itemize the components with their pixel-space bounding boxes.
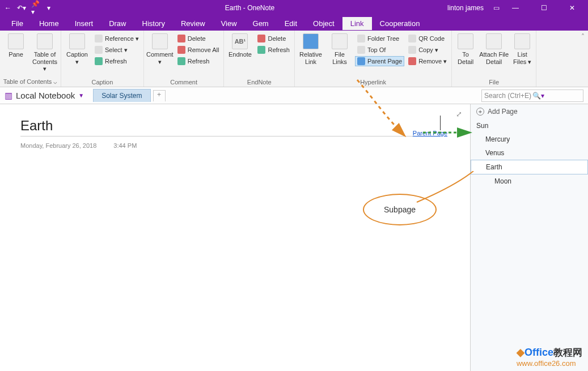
back-icon[interactable]: ← — [5, 5, 11, 11]
relative-link-button[interactable]: Relative Link — [297, 32, 324, 66]
text-cursor — [440, 116, 441, 130]
page-item-moon[interactable]: Moon — [471, 174, 588, 188]
page-item-mercury[interactable]: Mercury — [471, 133, 588, 146]
menu-object[interactable]: Object — [305, 17, 342, 30]
select-icon — [95, 46, 103, 54]
delete-icon — [177, 35, 185, 42]
select-button[interactable]: Select ▾ — [92, 45, 141, 55]
undo-icon[interactable]: ↶▾ — [18, 5, 25, 11]
menu-gem[interactable]: Gem — [245, 17, 277, 30]
expand-icon[interactable]: ⤢ — [456, 110, 462, 118]
window-title: Earth - OneNote — [52, 4, 447, 12]
page-item-venus[interactable]: Venus — [471, 146, 588, 160]
reference-icon — [95, 35, 103, 42]
notebook-name: Local Notebook — [16, 91, 75, 100]
callout-text: Subpage — [384, 205, 416, 214]
add-section-button[interactable]: + — [153, 90, 166, 101]
list-files-button[interactable]: List Files ▾ — [511, 32, 534, 66]
folder-icon — [357, 35, 365, 42]
endnote-refresh-button[interactable]: Refresh — [255, 45, 292, 55]
copy-icon — [408, 46, 416, 54]
pane-button[interactable]: Pane — [2, 32, 29, 59]
folder-tree-button[interactable]: Folder Tree — [355, 33, 404, 44]
page-item-earth[interactable]: Earth — [471, 160, 588, 174]
menu-view[interactable]: View — [213, 17, 245, 30]
parent-page-button[interactable]: Parent Page — [355, 56, 404, 66]
comment-removeall-button[interactable]: Remove All — [175, 45, 222, 55]
search-input[interactable]: Search (Ctrl+E) 🔍▾ — [481, 89, 583, 102]
remove-button[interactable]: Remove ▾ — [406, 56, 449, 66]
pane-icon — [8, 33, 24, 49]
maximize-button[interactable]: ☐ — [531, 0, 556, 16]
comment-icon — [152, 33, 168, 49]
menu-review[interactable]: Review — [173, 17, 213, 30]
removeall-icon — [177, 46, 185, 54]
menu-file[interactable]: File — [3, 17, 31, 30]
page-date: Monday, February 26, 2018 — [20, 142, 96, 149]
section-tab[interactable]: Solar System — [93, 89, 150, 102]
notebook-bar: ▥ Local Notebook ▼ Solar System + Search… — [0, 87, 588, 104]
menu-home[interactable]: Home — [31, 17, 67, 30]
comment-button[interactable]: Comment ▾ — [146, 32, 174, 66]
qr-icon — [408, 35, 416, 42]
parent-page-link[interactable]: Parent Page — [413, 130, 447, 137]
link-icon — [303, 33, 319, 49]
title-underline — [20, 136, 440, 137]
to-detail-icon — [458, 33, 473, 49]
page-editor[interactable]: ⤢ Earth Monday, February 26, 2018 3:44 P… — [0, 104, 470, 371]
group-endnote-label: EndNote — [226, 78, 292, 87]
minimize-button[interactable]: — — [503, 0, 528, 16]
group-file-label: File — [454, 78, 534, 87]
parent-page-icon — [357, 57, 365, 65]
to-detail-button[interactable]: To Detail — [454, 32, 477, 66]
close-button[interactable]: ✕ — [560, 0, 585, 16]
caption-refresh-button[interactable]: Refresh — [92, 56, 141, 66]
subpage-callout: Subpage — [363, 194, 437, 225]
comment-refresh-button[interactable]: Refresh — [175, 56, 222, 66]
toc-icon — [37, 33, 53, 49]
attach-icon — [486, 33, 502, 49]
add-page-button[interactable]: + Add Page — [471, 104, 588, 119]
watermark: ◆Office教程网 www.office26.com — [517, 346, 582, 368]
notebook-selector[interactable]: ▥ Local Notebook ▼ — [5, 91, 84, 101]
menu-draw[interactable]: Draw — [101, 17, 134, 30]
collapse-ribbon-icon[interactable]: ˄ — [581, 33, 585, 41]
group-comment-label: Comment — [146, 78, 222, 87]
page-title[interactable]: Earth — [20, 118, 440, 134]
group-toc-label: Table of Contents ⌵ — [2, 77, 58, 87]
delete-icon — [257, 35, 265, 42]
menu-bar: File Home Insert Draw History Review Vie… — [0, 16, 588, 31]
ribbon: Pane Table of Contents ▾ Table of Conten… — [0, 31, 588, 87]
menu-insert[interactable]: Insert — [67, 17, 101, 30]
menu-edit[interactable]: Edit — [277, 17, 305, 30]
file-links-icon — [332, 33, 348, 49]
remove-icon — [408, 57, 416, 65]
user-name[interactable]: linton james — [447, 4, 484, 12]
caption-button[interactable]: Caption ▾ — [64, 32, 91, 66]
add-page-label: Add Page — [488, 108, 518, 116]
menu-cooperation[interactable]: Cooperation — [372, 17, 428, 30]
title-bar: ← ↶▾ 📌▾ ▾ Earth - OneNote linton james ▭… — [0, 0, 588, 16]
file-links-button[interactable]: File Links — [326, 32, 353, 66]
endnote-delete-button[interactable]: Delete — [255, 33, 292, 44]
pin-icon[interactable]: 📌▾ — [32, 5, 39, 11]
topof-icon — [357, 46, 365, 54]
reference-button[interactable]: Reference ▾ — [92, 33, 141, 44]
attach-file-button[interactable]: Attach File Detail — [479, 32, 509, 66]
copy-button[interactable]: Copy ▾ — [406, 45, 449, 55]
menu-history[interactable]: History — [134, 17, 173, 30]
endnote-button[interactable]: AB¹Endnote — [226, 32, 253, 59]
qr-code-button[interactable]: QR Code — [406, 33, 449, 44]
refresh-icon — [177, 57, 185, 65]
ribbon-options-icon[interactable]: ▭ — [493, 5, 500, 11]
toc-button[interactable]: Table of Contents ▾ — [31, 32, 58, 74]
refresh-icon — [257, 46, 265, 54]
group-caption-label: Caption — [64, 78, 141, 87]
menu-link[interactable]: Link — [342, 17, 372, 30]
comment-delete-button[interactable]: Delete — [175, 33, 222, 44]
top-of-button[interactable]: Top Of — [355, 45, 404, 55]
list-files-icon — [514, 33, 530, 49]
qat-more-icon[interactable]: ▾ — [45, 5, 52, 11]
page-item-sun[interactable]: Sun — [471, 119, 588, 133]
chevron-down-icon: ▼ — [78, 92, 84, 99]
